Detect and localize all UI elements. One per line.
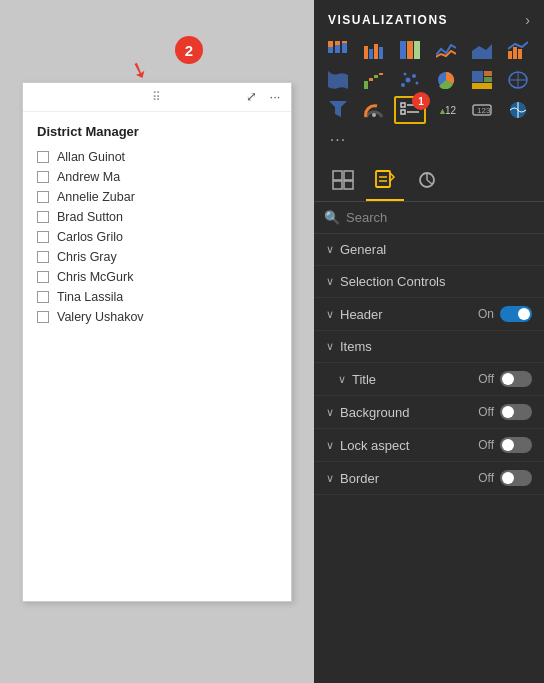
viz-slicer-icon[interactable]: 1	[394, 96, 426, 124]
toggle-switch[interactable]	[500, 371, 532, 387]
svg-rect-16	[518, 49, 522, 59]
svg-rect-20	[379, 73, 383, 75]
checkbox[interactable]	[37, 251, 49, 263]
section-label: General	[340, 242, 532, 257]
svg-point-21	[401, 83, 405, 87]
toggle-text: On	[478, 307, 494, 321]
toggle-text: Off	[478, 372, 494, 386]
drag-handle-icon: ⠿	[152, 90, 163, 104]
viz-tab-format[interactable]	[366, 164, 404, 201]
svg-rect-15	[513, 47, 517, 59]
section-label: Border	[340, 471, 478, 486]
viz-line-cluster-icon[interactable]	[502, 36, 534, 64]
svg-rect-6	[364, 46, 368, 59]
badge-1: 1	[412, 92, 430, 110]
toggle-knob	[502, 406, 514, 418]
visual-top-bar: ⠿ ⤢ ···	[23, 83, 291, 112]
viz-funnel-icon[interactable]	[322, 96, 354, 124]
checkbox[interactable]	[37, 191, 49, 203]
viz-kpi-icon[interactable]: ▲123	[430, 96, 462, 124]
svg-rect-27	[472, 71, 483, 82]
toggle-group: Off	[478, 470, 532, 486]
svg-point-24	[416, 82, 419, 85]
section-chevron-icon: ∨	[326, 439, 334, 452]
viz-stacked-bar-icon[interactable]	[322, 36, 354, 64]
toggle-text: Off	[478, 438, 494, 452]
viz-treemap-icon[interactable]	[466, 66, 498, 94]
toggle-group: On	[478, 306, 532, 322]
toggle-switch[interactable]	[500, 470, 532, 486]
svg-rect-3	[335, 41, 340, 45]
section-row[interactable]: ∨ Header On	[314, 298, 544, 331]
svg-point-23	[412, 74, 416, 78]
viz-card-icon[interactable]: 123	[466, 96, 498, 124]
svg-rect-14	[508, 51, 512, 59]
list-item[interactable]: Tina Lassila	[37, 287, 277, 307]
svg-rect-10	[400, 41, 406, 59]
section-row[interactable]: ∨ Title Off	[314, 363, 544, 396]
viz-100pct-bar-icon[interactable]	[394, 36, 426, 64]
section-row[interactable]: ∨ Border Off	[314, 462, 544, 495]
list-item[interactable]: Carlos Grilo	[37, 227, 277, 247]
svg-rect-49	[376, 171, 390, 187]
section-row[interactable]: ∨ Lock aspect Off	[314, 429, 544, 462]
list-item[interactable]: Allan Guinot	[37, 147, 277, 167]
checkbox[interactable]	[37, 271, 49, 283]
toggle-knob	[502, 472, 514, 484]
checkbox[interactable]	[37, 171, 49, 183]
section-chevron-icon: ∨	[338, 373, 346, 386]
viz-gauge-icon[interactable]	[358, 96, 390, 124]
viz-ribbon-icon[interactable]	[322, 66, 354, 94]
toggle-knob	[518, 308, 530, 320]
list-item[interactable]: Chris McGurk	[37, 267, 277, 287]
toggle-switch[interactable]	[500, 306, 532, 322]
svg-rect-47	[333, 181, 342, 189]
viz-waterfall-icon[interactable]	[358, 66, 390, 94]
svg-rect-12	[414, 41, 420, 59]
section-row[interactable]: ∨ Items	[314, 331, 544, 363]
viz-area-icon[interactable]	[466, 36, 498, 64]
checkbox[interactable]	[37, 211, 49, 223]
visual-container: ⠿ ⤢ ··· District Manager Allan GuinotAnd…	[22, 82, 292, 602]
viz-globe-icon[interactable]	[502, 96, 534, 124]
more-options-icon[interactable]: ···	[265, 87, 285, 107]
checkbox[interactable]	[37, 151, 49, 163]
viz-scatter-icon[interactable]	[394, 66, 426, 94]
svg-point-25	[404, 73, 407, 76]
search-icon: 🔍	[324, 210, 340, 225]
svg-rect-7	[369, 49, 373, 59]
expand-icon[interactable]: ⤢	[241, 87, 261, 107]
list-item[interactable]: Brad Sutton	[37, 207, 277, 227]
section-row[interactable]: ∨ General	[314, 234, 544, 266]
checkbox[interactable]	[37, 311, 49, 323]
viz-more-icon[interactable]: ···	[322, 126, 354, 154]
svg-text:123: 123	[445, 105, 456, 116]
viz-tab-fields[interactable]	[324, 165, 362, 200]
section-row[interactable]: ∨ Background Off	[314, 396, 544, 429]
toggle-switch[interactable]	[500, 437, 532, 453]
list-item[interactable]: Annelie Zubar	[37, 187, 277, 207]
viz-panel-chevron[interactable]: ›	[525, 12, 530, 28]
viz-sub-tabs	[314, 158, 544, 202]
viz-pie-icon[interactable]	[430, 66, 462, 94]
checkbox[interactable]	[37, 231, 49, 243]
viz-map-icon[interactable]	[502, 66, 534, 94]
viz-line-icon[interactable]	[430, 36, 462, 64]
toggle-switch[interactable]	[500, 404, 532, 420]
list-item[interactable]: Valery Ushakov	[37, 307, 277, 327]
viz-icon-grid: 1 ▲123 123 ···	[314, 36, 544, 158]
section-label: Lock aspect	[340, 438, 478, 453]
search-input[interactable]	[346, 210, 534, 225]
section-label: Items	[340, 339, 532, 354]
list-item[interactable]: Andrew Ma	[37, 167, 277, 187]
svg-rect-28	[484, 71, 492, 76]
section-label: Background	[340, 405, 478, 420]
viz-tab-analytics[interactable]	[408, 165, 446, 200]
checkbox[interactable]	[37, 291, 49, 303]
section-chevron-icon: ∨	[326, 275, 334, 288]
section-chevron-icon: ∨	[326, 308, 334, 321]
toggle-text: Off	[478, 405, 494, 419]
viz-cluster-bar-icon[interactable]	[358, 36, 390, 64]
list-item[interactable]: Chris Gray	[37, 247, 277, 267]
section-row[interactable]: ∨ Selection Controls	[314, 266, 544, 298]
